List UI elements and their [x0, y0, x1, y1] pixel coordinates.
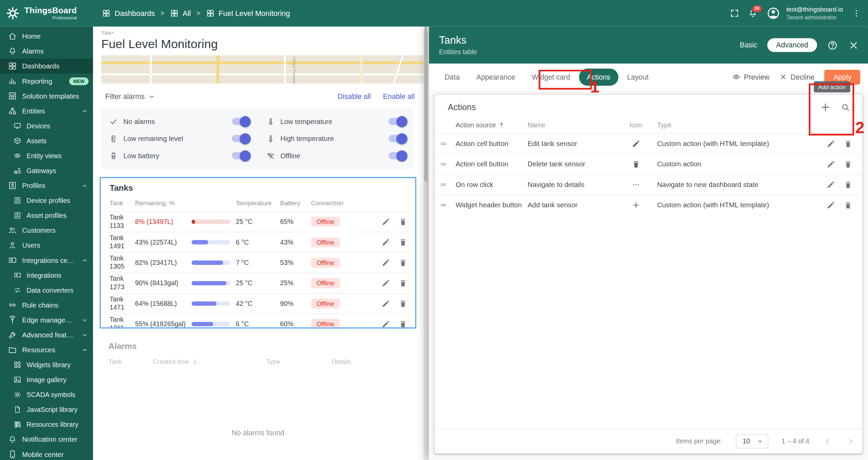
disable-all-button[interactable]: Disable all [338, 92, 371, 101]
tank-row-tank-1491[interactable]: Tank 1491 43% (22574L) 6 °C 43% Offline [110, 232, 409, 252]
user-avatar[interactable] [766, 6, 780, 20]
delete-action-icon[interactable] [844, 180, 852, 189]
sidebar-item-rule-chains[interactable]: Rule chains [0, 297, 93, 312]
sidebar-item-entity-views[interactable]: Entity views [0, 148, 93, 163]
tab-appearance[interactable]: Appearance [469, 68, 523, 86]
delete-row-icon[interactable] [399, 258, 408, 267]
sidebar-item-devices[interactable]: Devices [0, 118, 93, 133]
filter-alarms-dropdown[interactable]: Filter alarms [105, 92, 155, 101]
drag-handle-icon[interactable] [439, 180, 448, 189]
edit-row-icon[interactable] [381, 258, 390, 267]
delete-action-icon[interactable] [844, 201, 852, 210]
edit-action-icon[interactable] [827, 201, 835, 210]
edit-action-icon[interactable] [827, 160, 835, 169]
tank-row-tank-1273[interactable]: Tank 1273 90% (8413gal) 25 °C 25% Offlin… [110, 273, 409, 293]
basic-toggle-button[interactable]: Basic [740, 41, 757, 49]
tank-row-tank-1305[interactable]: Tank 1305 82% (23417L) 7 °C 53% Offline [110, 252, 409, 272]
sidebar-item-solution-templates[interactable]: Solution templates [0, 88, 93, 103]
sidebar-item-entities[interactable]: Entities [0, 103, 93, 118]
breadcrumb-item-fuel-level-monitoring[interactable]: Fuel Level Monitoring [206, 9, 290, 18]
edit-row-icon[interactable] [381, 279, 390, 288]
sidebar-item-alarms[interactable]: Alarms [0, 44, 93, 59]
delete-row-icon[interactable] [399, 279, 408, 288]
action-row-edit-tank-sensor[interactable]: Action cell button Edit tank sensor Cust… [435, 133, 863, 153]
edit-action-icon[interactable] [827, 139, 835, 148]
sidebar-item-advanced-features[interactable]: Advanced features [0, 328, 93, 342]
dashboard-scrollbar[interactable] [423, 26, 428, 460]
delete-row-icon[interactable] [399, 238, 408, 247]
sidebar-item-home[interactable]: Home [0, 29, 93, 44]
sidebar-item-customers[interactable]: Customers [0, 223, 93, 238]
action-row-navigate-to-details[interactable]: On row click Navigate to details Navigat… [435, 174, 863, 194]
sidebar-item-widgets-library[interactable]: Widgets library [0, 357, 93, 372]
edit-row-icon[interactable] [381, 217, 390, 226]
sidebar-item-data-converters[interactable]: Data converters [0, 283, 93, 297]
toggle-switch[interactable] [389, 152, 406, 159]
column-created-time[interactable]: Created time [153, 358, 267, 365]
notifications-button[interactable]: 29 [748, 8, 757, 18]
close-panel-icon[interactable] [848, 40, 859, 51]
sidebar-item-edge-management[interactable]: Edge management [0, 312, 93, 327]
sidebar-item-users[interactable]: Users [0, 238, 93, 253]
sidebar-item-assets[interactable]: Assets [0, 133, 93, 148]
sidebar-item-device-profiles[interactable]: Device profiles [0, 193, 93, 208]
fullscreen-icon[interactable] [729, 8, 739, 18]
advanced-toggle-button[interactable]: Advanced [767, 38, 817, 52]
sidebar-item-mobile-center[interactable]: Mobile center [0, 447, 93, 460]
sidebar-item-scada-symbols[interactable]: SCADA symbols [0, 387, 93, 402]
tank-row-tank-1311[interactable]: Tank 1311 55% (418265gal) 6 °C 60% Offli… [110, 314, 409, 329]
alarms-widget[interactable]: Alarms Tank Created time Type Details No… [100, 336, 416, 460]
edit-row-icon[interactable] [381, 320, 390, 329]
tank-row-tank-1471[interactable]: Tank 1471 64% (15688L) 42 °C 90% Offline [110, 293, 409, 313]
sidebar-item-gateways[interactable]: Gateways [0, 163, 93, 178]
drag-handle-icon[interactable] [439, 201, 448, 210]
sidebar-item-profiles[interactable]: Profiles [0, 178, 93, 193]
tab-layout[interactable]: Layout [619, 68, 656, 86]
breadcrumb-item-all[interactable]: All [170, 9, 191, 18]
sidebar-item-integrations-center[interactable]: Integrations center [0, 253, 93, 268]
sidebar-item-integrations[interactable]: Integrations [0, 268, 93, 283]
help-icon[interactable] [827, 40, 838, 51]
toggle-switch[interactable] [389, 118, 406, 125]
tanks-widget[interactable]: Tanks Tank Remaining, % Temperature Batt… [100, 177, 416, 328]
dashboard-title-input[interactable]: Fuel Level Monitoring [101, 37, 429, 51]
thingsboard-logo[interactable]: ThingsBoard Professional [0, 6, 93, 21]
more-menu-icon[interactable] [851, 8, 861, 18]
edit-row-icon[interactable] [381, 238, 390, 247]
delete-row-icon[interactable] [399, 217, 408, 226]
toggle-switch[interactable] [232, 152, 249, 159]
toggle-switch[interactable] [232, 135, 249, 142]
sidebar-item-notification-center[interactable]: Notification center [0, 432, 93, 447]
sidebar-item-asset-profiles[interactable]: Asset profiles [0, 208, 93, 223]
toggle-switch[interactable] [232, 118, 249, 125]
delete-action-icon[interactable] [844, 160, 852, 169]
sidebar-item-dashboards[interactable]: Dashboards [0, 59, 93, 74]
scrollbar-thumb[interactable] [424, 26, 428, 181]
items-per-page-select[interactable]: 10 [735, 434, 768, 448]
tank-row-tank-1133[interactable]: Tank 1133 8% (13497L) 25 °C 65% Offline [110, 211, 409, 232]
drag-handle-icon[interactable] [439, 160, 448, 169]
drag-handle-icon[interactable] [439, 139, 448, 148]
map-widget[interactable]: Harbor Freeway [101, 55, 423, 83]
preview-button[interactable]: Preview [732, 72, 769, 81]
delete-action-icon[interactable] [844, 139, 852, 148]
sidebar-item-javascript-library[interactable]: JavaScript library [0, 402, 93, 417]
action-row-add-tank-sensor[interactable]: Widget header button Add tank sensor Cus… [435, 195, 863, 215]
delete-row-icon[interactable] [399, 320, 408, 329]
next-page-icon[interactable] [846, 436, 856, 446]
sidebar-item-reporting[interactable]: Reporting NEW [0, 74, 93, 88]
sidebar-item-resources-library[interactable]: Resources library [0, 417, 93, 432]
action-row-delete-tank-sensor[interactable]: Action cell button Delete tank sensor Cu… [435, 154, 863, 174]
edit-action-icon[interactable] [827, 180, 835, 189]
enable-all-button[interactable]: Enable all [383, 92, 415, 101]
breadcrumb-item-dashboards[interactable]: Dashboards [102, 9, 155, 18]
decline-button[interactable]: Decline [780, 73, 814, 81]
sidebar-item-resources[interactable]: Resources [0, 342, 93, 357]
sort-by-action-source[interactable]: Action source [456, 121, 528, 129]
toggle-switch[interactable] [389, 135, 406, 142]
previous-page-icon[interactable] [823, 436, 832, 446]
delete-row-icon[interactable] [399, 299, 408, 308]
sidebar-item-image-gallery[interactable]: Image gallery [0, 372, 93, 387]
tab-data[interactable]: Data [437, 68, 468, 86]
edit-row-icon[interactable] [381, 299, 390, 308]
